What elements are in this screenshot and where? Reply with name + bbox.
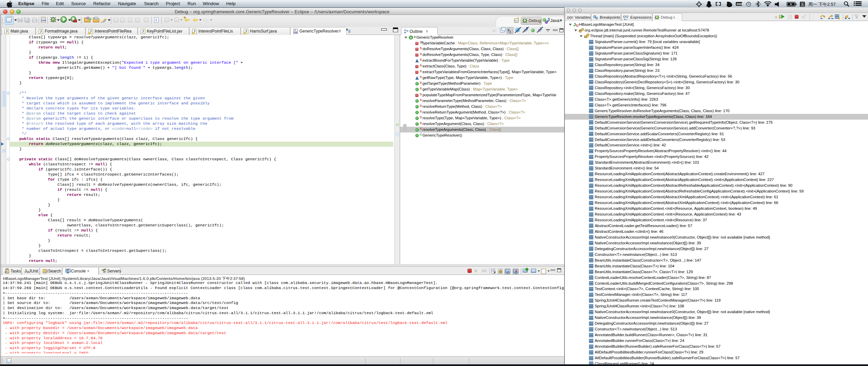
svg-text:'': '' — [729, 3, 730, 5]
